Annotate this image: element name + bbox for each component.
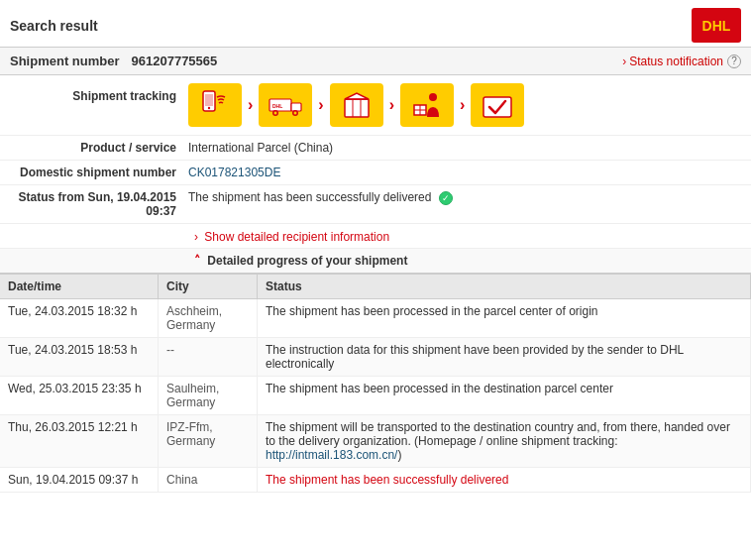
help-icon[interactable]: ? [727, 55, 741, 68]
progress-header-section: ˄ Detailed progress of your shipment [0, 249, 751, 275]
svg-marker-11 [345, 93, 369, 99]
tracking-label: Shipment tracking [10, 83, 188, 103]
dhl-logo: DHL [692, 8, 741, 43]
td-city: Aschheim, Germany [159, 299, 258, 337]
svg-point-15 [429, 93, 437, 101]
page-header: Search result DHL [0, 0, 751, 48]
svg-rect-19 [483, 97, 511, 117]
th-status: Status [258, 275, 751, 298]
step-truck: DHL [259, 83, 312, 127]
tracking-link[interactable]: http://intmail.183.com.cn/ [266, 448, 397, 462]
shipment-number-label: Shipment number [10, 54, 120, 68]
table-row: Tue, 24.03.2015 18:32 h Aschheim, German… [0, 299, 751, 338]
tracking-steps: › DHL › [188, 83, 524, 127]
show-recipient-label: Show detailed recipient information [204, 230, 389, 244]
product-service-value: International Parcel (China) [188, 141, 741, 155]
status-value: The shipment has been successfully deliv… [188, 190, 741, 205]
svg-point-8 [294, 112, 297, 115]
td-status: The shipment has been successfully deliv… [258, 468, 751, 492]
svg-rect-4 [291, 103, 301, 111]
svg-text:DHL: DHL [272, 103, 282, 109]
td-status: The shipment will be transported to the … [258, 415, 751, 467]
domestic-shipment-label: Domestic shipment number [10, 166, 188, 179]
td-date: Tue, 24.03.2015 18:53 h [0, 338, 159, 376]
page-title: Search result [10, 18, 98, 34]
status-notification-button[interactable]: › Status notification ? [622, 55, 741, 68]
table-header: Date/time City Status [0, 275, 751, 299]
td-status: The shipment has been processed in the p… [258, 299, 751, 337]
domestic-shipment-value[interactable]: CK017821305DE [188, 166, 741, 179]
td-city: Saulheim, Germany [159, 377, 258, 414]
step-delivered [471, 83, 524, 127]
td-city: IPZ-Ffm, Germany [159, 415, 258, 467]
td-city: China [159, 468, 258, 492]
status-notif-label: Status notification [629, 55, 723, 68]
step-mobile [188, 83, 242, 127]
domestic-shipment-row: Domestic shipment number CK017821305DE [0, 161, 751, 185]
progress-collapse-arrow[interactable]: ˄ [194, 254, 200, 268]
th-city: City [159, 275, 258, 298]
show-recipient-arrow: › [194, 230, 198, 244]
status-row: Status from Sun, 19.04.2015 09:37 The sh… [0, 185, 751, 224]
td-date: Sun, 19.04.2015 09:37 h [0, 468, 159, 492]
td-city: -- [159, 338, 258, 376]
progress-header-label: Detailed progress of your shipment [207, 254, 407, 268]
tracking-section: Shipment tracking › [0, 75, 751, 136]
step-arrow-1: › [248, 96, 253, 114]
svg-point-6 [274, 112, 277, 115]
product-service-label: Product / service [10, 141, 188, 155]
svg-rect-1 [205, 94, 213, 106]
table-row: Sun, 19.04.2015 09:37 h China The shipme… [0, 468, 751, 493]
status-label: Status from Sun, 19.04.2015 09:37 [10, 190, 188, 218]
table-row: Tue, 24.03.2015 18:53 h -- The instructi… [0, 338, 751, 377]
td-date: Tue, 24.03.2015 18:32 h [0, 299, 159, 337]
check-icon [439, 191, 453, 205]
td-date: Thu, 26.03.2015 12:21 h [0, 415, 159, 467]
table-row: Wed, 25.03.2015 23:35 h Saulheim, German… [0, 377, 751, 415]
td-status: The shipment has been processed in the d… [258, 377, 751, 414]
table-body: Tue, 24.03.2015 18:32 h Aschheim, German… [0, 299, 751, 493]
step-arrow-2: › [318, 96, 323, 114]
step-arrow-3: › [389, 96, 394, 114]
td-date: Wed, 25.03.2015 23:35 h [0, 377, 159, 414]
th-datetime: Date/time [0, 275, 159, 298]
td-status: The instruction data for this shipment h… [258, 338, 751, 376]
svg-point-2 [208, 107, 210, 109]
show-recipient-section: › Show detailed recipient information [0, 224, 751, 249]
shipment-bar: Shipment number 961207775565 › Status no… [0, 48, 751, 75]
step-delivery [400, 83, 454, 127]
page-container: Search result DHL Shipment number 961207… [0, 0, 751, 493]
step-arrow-4: › [460, 96, 465, 114]
shipment-number-value: 961207775565 [132, 54, 623, 68]
svg-rect-10 [345, 99, 369, 117]
step-box [330, 83, 383, 127]
table-row: Thu, 26.03.2015 12:21 h IPZ-Ffm, Germany… [0, 415, 751, 468]
show-recipient-link[interactable]: › Show detailed recipient information [194, 230, 389, 244]
status-notif-arrow: › [622, 55, 626, 68]
product-service-row: Product / service International Parcel (… [0, 136, 751, 161]
